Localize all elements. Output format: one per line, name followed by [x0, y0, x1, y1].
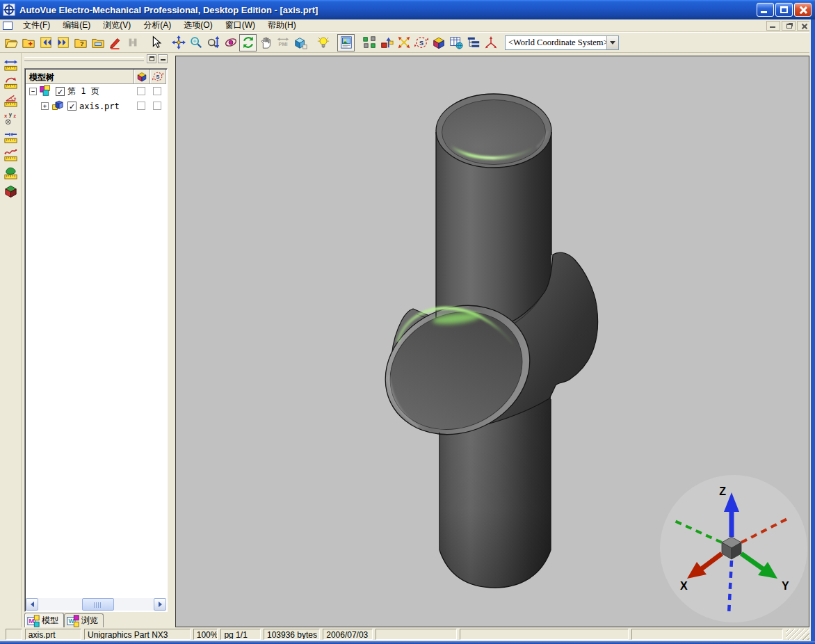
spin-model-icon[interactable]: [239, 34, 257, 51]
markup-pen-icon[interactable]: [106, 34, 124, 51]
next-file-icon[interactable]: [54, 34, 72, 51]
scrollbar-thumb[interactable]: [82, 598, 114, 611]
panel-maximize-button[interactable]: [147, 54, 156, 63]
section_cube: [3, 184, 18, 198]
tree-node-axis-prt[interactable]: +✓axis.prt: [26, 99, 166, 113]
minimize-button[interactable]: [757, 3, 774, 17]
thumb: [339, 35, 353, 49]
orbit-rotate-icon[interactable]: [222, 34, 239, 51]
triad-x-label: X: [680, 580, 688, 592]
panel-splitter[interactable]: [170, 53, 175, 627]
pan-icon[interactable]: [170, 34, 187, 51]
menu-edit[interactable]: 编辑(E): [56, 19, 97, 32]
previous-file-icon[interactable]: [37, 34, 54, 51]
measure-polyline-icon[interactable]: [1, 146, 19, 163]
menu-file[interactable]: 文件(F): [17, 19, 56, 32]
dropdown-arrow-icon[interactable]: [606, 36, 618, 49]
model-tree-title: 模型树: [26, 70, 134, 83]
menu-options[interactable]: 选项(O): [177, 19, 218, 32]
import-file-icon[interactable]: [19, 34, 37, 51]
report: [449, 35, 463, 49]
tree-node-label: axis.prt: [79, 102, 120, 111]
app-icon: [3, 3, 15, 16]
render-lighting-icon[interactable]: [314, 34, 332, 51]
section-cube-icon[interactable]: [1, 182, 19, 199]
document-icon[interactable]: [3, 22, 13, 30]
document-restore-button[interactable]: [782, 21, 796, 31]
status-filename: axis.prt: [25, 629, 81, 640]
close-button[interactable]: [794, 3, 812, 17]
status-bar: axis.prtUnigraphics Part NX3100%pg 1/110…: [0, 627, 809, 641]
measure-area-icon[interactable]: [1, 164, 19, 181]
triad: [484, 35, 498, 49]
tab-browse-icon: W: [67, 615, 79, 627]
tree-option-checkbox[interactable]: [153, 102, 161, 110]
mdi-window-controls: [766, 21, 811, 31]
tree-expander[interactable]: −: [29, 88, 37, 95]
tree-option-checkbox[interactable]: [153, 87, 161, 95]
measure-arc-icon[interactable]: [1, 74, 19, 90]
color-cube-icon[interactable]: [430, 34, 447, 51]
document-close-button[interactable]: [797, 21, 811, 31]
axis-triad-icon[interactable]: [482, 34, 499, 51]
menu-view[interactable]: 浏览(V): [97, 19, 137, 32]
visibility-column-icon[interactable]: [134, 70, 150, 83]
zoom: [189, 35, 203, 49]
axis-part-model[interactable]: [364, 94, 598, 588]
measure-point-icon[interactable]: xyz: [1, 110, 19, 127]
page_prev: [39, 35, 53, 49]
explode-model-icon[interactable]: [360, 34, 378, 51]
tree-checkbox[interactable]: ✓: [67, 102, 76, 111]
spin-column-icon[interactable]: S: [150, 70, 166, 83]
model-tree-icon[interactable]: [465, 34, 482, 51]
zoom-icon[interactable]: [187, 34, 204, 51]
model-tree-header: 模型树 S: [26, 70, 166, 84]
menu-analyze[interactable]: 分析(A): [137, 19, 177, 32]
tree-node-page[interactable]: −✓第 1 页: [26, 84, 166, 99]
scroll-left-button[interactable]: [26, 598, 38, 611]
panel-gripper[interactable]: [24, 57, 144, 61]
scroll-right-button[interactable]: [154, 598, 166, 611]
select-cursor-icon[interactable]: [147, 34, 164, 51]
panel-minimize-button[interactable]: [158, 54, 168, 63]
resize-grip[interactable]: [786, 629, 809, 640]
status-blank-1: [376, 629, 457, 640]
named-views-icon[interactable]: [291, 34, 309, 51]
tab-model[interactable]: M模型: [24, 613, 64, 628]
coordinate-system-value: <World Coordinate System>: [506, 38, 606, 48]
maximize-button[interactable]: [775, 3, 793, 17]
tree-option-checkbox[interactable]: [137, 102, 145, 110]
zoom-window-icon[interactable]: [204, 34, 222, 51]
menu-window[interactable]: 窗口(W): [219, 19, 261, 32]
part-report-icon[interactable]: [447, 34, 465, 51]
save-file-icon[interactable]: [89, 34, 106, 51]
find-file-icon[interactable]: ?: [72, 34, 89, 51]
pen: [108, 35, 122, 49]
fit-all-icon[interactable]: [395, 34, 412, 51]
open-icon[interactable]: [2, 34, 19, 51]
window-controls: [757, 3, 812, 17]
move-part-icon[interactable]: [378, 34, 395, 51]
title-bar: AutoVue Electro-Mechanical Professional,…: [0, 0, 815, 19]
3d-viewport[interactable]: Z X Y: [175, 56, 809, 627]
measure-min-distance-icon[interactable]: [1, 128, 19, 145]
spin-center-icon[interactable]: S: [412, 34, 430, 51]
m_min: [3, 129, 18, 144]
tree-expander[interactable]: +: [41, 102, 49, 110]
thumbnails-icon[interactable]: [337, 34, 355, 51]
folder_open: [4, 35, 18, 49]
pan-hand-icon[interactable]: [257, 34, 274, 51]
measure-distance-icon[interactable]: [1, 56, 19, 72]
document-minimize-button[interactable]: [766, 21, 780, 31]
measure-angle-icon[interactable]: θ: [1, 92, 19, 108]
part_icon: [51, 99, 63, 111]
tab-model-icon: M: [27, 615, 40, 627]
tree-checkbox[interactable]: ✓: [56, 87, 65, 96]
menu-help[interactable]: 帮助(H): [261, 19, 302, 32]
axis-triad[interactable]: Z X Y: [660, 475, 807, 622]
tree-option-checkbox[interactable]: [137, 87, 145, 95]
coordinate-system-dropdown[interactable]: <World Coordinate System>: [505, 35, 619, 50]
m_area: [3, 166, 18, 180]
scrollbar-track[interactable]: [38, 598, 154, 611]
tab-browse[interactable]: W浏览: [64, 613, 104, 627]
